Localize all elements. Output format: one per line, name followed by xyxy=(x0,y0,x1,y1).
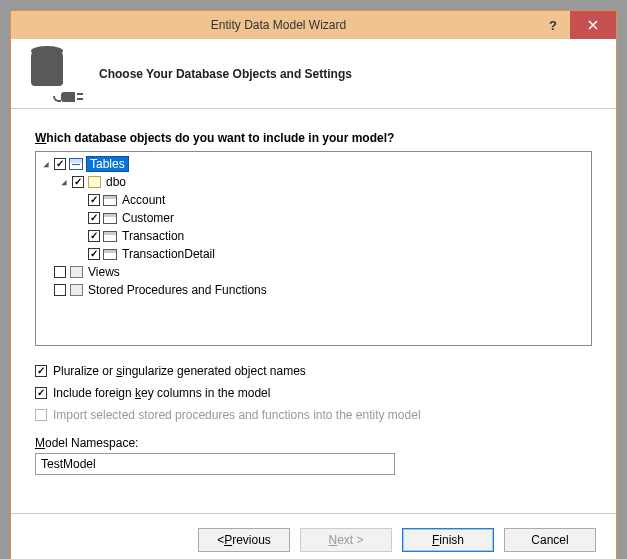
tree-label[interactable]: TransactionDetail xyxy=(120,247,217,261)
tree-label-views[interactable]: Views xyxy=(86,265,122,279)
option-pluralize[interactable]: Pluralize or singularize generated objec… xyxy=(35,360,592,382)
tree-node-table[interactable]: ◢ Transaction xyxy=(40,227,587,245)
finish-button[interactable]: Finish xyxy=(402,528,494,552)
options-group: Pluralize or singularize generated objec… xyxy=(35,360,592,426)
option-fk-label: Include foreign key columns in the model xyxy=(53,386,270,400)
tree-label[interactable]: Transaction xyxy=(120,229,186,243)
tree-label[interactable]: Account xyxy=(120,193,167,207)
tree-label[interactable]: Customer xyxy=(120,211,176,225)
cancel-button[interactable]: Cancel xyxy=(504,528,596,552)
next-button: Next > xyxy=(300,528,392,552)
table-icon xyxy=(102,193,118,207)
checkbox-fk[interactable] xyxy=(35,387,47,399)
tree-node-table[interactable]: ◢ TransactionDetail xyxy=(40,245,587,263)
window-title: Entity Data Model Wizard xyxy=(21,18,536,32)
schema-icon xyxy=(86,175,102,189)
table-icon xyxy=(102,229,118,243)
checkbox-table[interactable] xyxy=(88,248,100,260)
table-icon xyxy=(102,247,118,261)
tree-node-tables[interactable]: ◢ Tables xyxy=(40,155,587,173)
checkbox-table[interactable] xyxy=(88,212,100,224)
checkbox-sp[interactable] xyxy=(54,284,66,296)
option-pluralize-label: Pluralize or singularize generated objec… xyxy=(53,364,306,378)
collapse-icon[interactable]: ◢ xyxy=(40,159,52,169)
views-icon xyxy=(68,265,84,279)
checkbox-tables[interactable] xyxy=(54,158,66,170)
collapse-icon[interactable]: ◢ xyxy=(58,177,70,187)
option-import-sp-label: Import selected stored procedures and fu… xyxy=(53,408,421,422)
footer: < Previous Next > Finish Cancel xyxy=(11,513,616,559)
tree-label-sp[interactable]: Stored Procedures and Functions xyxy=(86,283,269,297)
tree-label-tables[interactable]: Tables xyxy=(86,156,129,172)
tables-icon xyxy=(68,157,84,171)
help-button[interactable]: ? xyxy=(536,11,570,39)
close-button[interactable] xyxy=(570,11,616,39)
tree-node-views[interactable]: ◢ Views xyxy=(40,263,587,281)
titlebar[interactable]: Entity Data Model Wizard ? xyxy=(11,11,616,39)
namespace-input[interactable] xyxy=(35,453,395,475)
sp-icon xyxy=(68,283,84,297)
option-import-sp: Import selected stored procedures and fu… xyxy=(35,404,592,426)
checkbox-import-sp xyxy=(35,409,47,421)
checkbox-pluralize[interactable] xyxy=(35,365,47,377)
tree-node-table[interactable]: ◢ Account xyxy=(40,191,587,209)
option-foreign-keys[interactable]: Include foreign key columns in the model xyxy=(35,382,592,404)
wizard-body: Which database objects do you want to in… xyxy=(11,109,616,513)
tree-node-sp[interactable]: ◢ Stored Procedures and Functions xyxy=(40,281,587,299)
objects-tree[interactable]: ◢ Tables ◢ xyxy=(35,151,592,346)
prompt-text: Which database objects do you want to in… xyxy=(35,131,592,145)
header-subtitle: Choose Your Database Objects and Setting… xyxy=(99,67,352,81)
checkbox-table[interactable] xyxy=(88,194,100,206)
tree-node-table[interactable]: ◢ Customer xyxy=(40,209,587,227)
tree-node-schema-dbo[interactable]: ◢ dbo xyxy=(40,173,587,191)
database-plug-icon xyxy=(31,50,81,98)
title-controls: ? xyxy=(536,11,616,39)
namespace-label: Model Namespace: xyxy=(35,436,592,450)
close-icon xyxy=(588,20,598,30)
checkbox-table[interactable] xyxy=(88,230,100,242)
header-band: Choose Your Database Objects and Setting… xyxy=(11,39,616,109)
checkbox-views[interactable] xyxy=(54,266,66,278)
table-icon xyxy=(102,211,118,225)
wizard-window: Entity Data Model Wizard ? Choose Your D… xyxy=(10,10,617,559)
previous-button[interactable]: < Previous xyxy=(198,528,290,552)
tree-label-dbo[interactable]: dbo xyxy=(104,175,128,189)
checkbox-dbo[interactable] xyxy=(72,176,84,188)
